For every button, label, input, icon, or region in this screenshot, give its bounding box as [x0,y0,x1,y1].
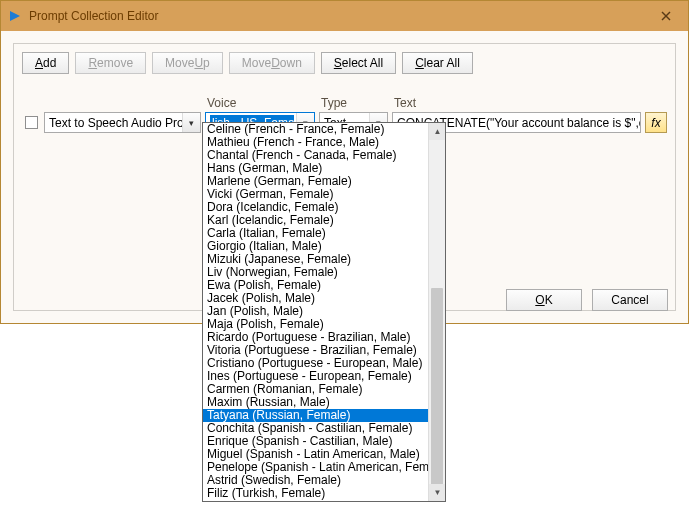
titlebar[interactable]: Prompt Collection Editor [1,1,688,31]
cancel-button[interactable]: Cancel [592,289,668,311]
text-header: Text [392,96,641,110]
remove-button[interactable]: Remove [75,52,146,74]
scroll-thumb[interactable] [431,288,443,488]
toolbar: Add Remove Move Up Move Down Select All … [22,52,473,74]
scroll-down-button[interactable]: ▼ [429,484,446,501]
formula-button[interactable]: fx [645,112,667,133]
svg-marker-0 [10,11,20,21]
prompt-type-value: Text to Speech Audio Pron [49,116,190,130]
row-checkbox[interactable] [25,116,38,129]
dialog-buttons: OK Cancel [506,289,668,311]
move-down-button[interactable]: Move Down [229,52,315,74]
cancel-label: Cancel [611,293,648,307]
close-button[interactable] [644,1,688,31]
window-title: Prompt Collection Editor [29,9,158,23]
voice-dropdown-list[interactable]: Celine (French - France, Female)Mathieu … [202,122,446,502]
scroll-up-button[interactable]: ▲ [429,123,446,140]
fx-icon: fx [651,116,660,130]
clear-all-button[interactable]: Clear All [402,52,473,74]
prompt-type-select[interactable]: Text to Speech Audio Pron ▾ [44,112,201,133]
scrollbar[interactable]: ▲ ▼ [428,123,445,501]
voice-dropdown-inner: Celine (French - France, Female)Mathieu … [203,123,428,501]
ok-button[interactable]: OK [506,289,582,311]
voice-header: Voice [205,96,315,110]
select-all-button[interactable]: Select All [321,52,396,74]
move-up-button[interactable]: Move Up [152,52,223,74]
voice-option[interactable]: Gwyneth (Welsh, Female) [203,500,428,501]
chevron-down-icon: ▾ [182,113,200,132]
type-header: Type [319,96,388,110]
close-icon [661,11,671,21]
app-icon [7,8,23,24]
add-button[interactable]: Add [22,52,69,74]
ok-label: OK [535,293,552,307]
